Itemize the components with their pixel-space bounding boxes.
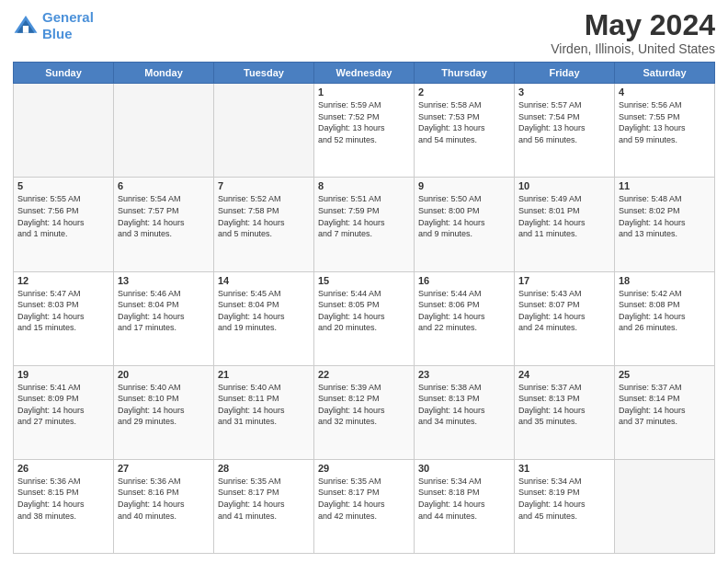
header: General Blue May 2024 Virden, Illinois, … — [13, 9, 715, 56]
day-info: Sunrise: 5:54 AM Sunset: 7:57 PM Dayligh… — [118, 193, 210, 239]
day-info: Sunrise: 5:37 AM Sunset: 8:14 PM Dayligh… — [619, 382, 711, 428]
day-info: Sunrise: 5:44 AM Sunset: 8:06 PM Dayligh… — [418, 288, 510, 334]
day-number: 25 — [619, 369, 711, 380]
day-number: 17 — [518, 275, 610, 286]
calendar-header-tuesday: Tuesday — [214, 63, 314, 84]
day-number: 26 — [17, 463, 109, 474]
title-block: May 2024 Virden, Illinois, United States — [551, 9, 715, 56]
calendar-cell: 12Sunrise: 5:47 AM Sunset: 8:03 PM Dayli… — [14, 271, 114, 365]
day-number: 8 — [318, 180, 410, 191]
day-info: Sunrise: 5:38 AM Sunset: 8:13 PM Dayligh… — [418, 382, 510, 428]
day-number: 15 — [318, 275, 410, 286]
day-info: Sunrise: 5:50 AM Sunset: 8:00 PM Dayligh… — [418, 193, 510, 239]
calendar-cell: 16Sunrise: 5:44 AM Sunset: 8:06 PM Dayli… — [415, 271, 515, 365]
day-number: 16 — [418, 275, 510, 286]
calendar-header-thursday: Thursday — [415, 63, 515, 84]
day-number: 12 — [17, 275, 109, 286]
calendar-cell: 2Sunrise: 5:58 AM Sunset: 7:53 PM Daylig… — [415, 84, 515, 178]
day-info: Sunrise: 5:35 AM Sunset: 8:17 PM Dayligh… — [218, 476, 310, 522]
calendar-cell: 21Sunrise: 5:40 AM Sunset: 8:11 PM Dayli… — [214, 365, 314, 459]
calendar-cell — [14, 84, 114, 178]
day-info: Sunrise: 5:59 AM Sunset: 7:52 PM Dayligh… — [318, 99, 410, 145]
logo-blue: Blue — [42, 26, 73, 41]
day-number: 7 — [218, 180, 310, 191]
calendar-body: 1Sunrise: 5:59 AM Sunset: 7:52 PM Daylig… — [14, 84, 715, 554]
calendar-table: SundayMondayTuesdayWednesdayThursdayFrid… — [13, 62, 715, 554]
day-info: Sunrise: 5:51 AM Sunset: 7:59 PM Dayligh… — [318, 193, 410, 239]
calendar-week-4: 19Sunrise: 5:41 AM Sunset: 8:09 PM Dayli… — [14, 365, 715, 459]
calendar-cell — [114, 84, 214, 178]
day-number: 4 — [619, 86, 711, 98]
day-info: Sunrise: 5:42 AM Sunset: 8:08 PM Dayligh… — [619, 288, 711, 334]
day-info: Sunrise: 5:43 AM Sunset: 8:07 PM Dayligh… — [518, 288, 610, 334]
calendar-cell: 11Sunrise: 5:48 AM Sunset: 8:02 PM Dayli… — [615, 178, 715, 271]
calendar-week-1: 1Sunrise: 5:59 AM Sunset: 7:52 PM Daylig… — [14, 84, 715, 178]
day-info: Sunrise: 5:40 AM Sunset: 8:11 PM Dayligh… — [218, 382, 310, 428]
calendar-cell: 29Sunrise: 5:35 AM Sunset: 8:17 PM Dayli… — [314, 459, 415, 553]
day-number: 28 — [218, 463, 310, 474]
day-info: Sunrise: 5:34 AM Sunset: 8:19 PM Dayligh… — [518, 476, 610, 522]
calendar-header-wednesday: Wednesday — [314, 63, 415, 84]
day-info: Sunrise: 5:36 AM Sunset: 8:16 PM Dayligh… — [118, 476, 210, 522]
day-number: 9 — [418, 180, 510, 191]
calendar-header-sunday: Sunday — [14, 63, 114, 84]
calendar-cell: 24Sunrise: 5:37 AM Sunset: 8:13 PM Dayli… — [515, 365, 615, 459]
calendar-cell: 26Sunrise: 5:36 AM Sunset: 8:15 PM Dayli… — [14, 459, 114, 553]
day-info: Sunrise: 5:35 AM Sunset: 8:17 PM Dayligh… — [318, 476, 410, 522]
day-number: 3 — [518, 86, 610, 98]
calendar-cell: 18Sunrise: 5:42 AM Sunset: 8:08 PM Dayli… — [615, 271, 715, 365]
day-number: 5 — [17, 180, 109, 191]
logo-text: General Blue — [42, 9, 94, 42]
day-number: 13 — [118, 275, 210, 286]
calendar-cell: 5Sunrise: 5:55 AM Sunset: 7:56 PM Daylig… — [14, 178, 114, 271]
day-info: Sunrise: 5:56 AM Sunset: 7:55 PM Dayligh… — [619, 99, 711, 145]
page: General Blue May 2024 Virden, Illinois, … — [0, 0, 728, 563]
calendar-cell: 30Sunrise: 5:34 AM Sunset: 8:18 PM Dayli… — [415, 459, 515, 553]
subtitle: Virden, Illinois, United States — [551, 41, 715, 56]
calendar-cell: 31Sunrise: 5:34 AM Sunset: 8:19 PM Dayli… — [515, 459, 615, 553]
calendar-cell: 19Sunrise: 5:41 AM Sunset: 8:09 PM Dayli… — [14, 365, 114, 459]
calendar-cell: 28Sunrise: 5:35 AM Sunset: 8:17 PM Dayli… — [214, 459, 314, 553]
day-number: 21 — [218, 369, 310, 380]
calendar-cell: 9Sunrise: 5:50 AM Sunset: 8:00 PM Daylig… — [415, 178, 515, 271]
calendar-week-2: 5Sunrise: 5:55 AM Sunset: 7:56 PM Daylig… — [14, 178, 715, 271]
calendar-cell: 14Sunrise: 5:45 AM Sunset: 8:04 PM Dayli… — [214, 271, 314, 365]
day-info: Sunrise: 5:57 AM Sunset: 7:54 PM Dayligh… — [518, 99, 610, 145]
calendar-week-3: 12Sunrise: 5:47 AM Sunset: 8:03 PM Dayli… — [14, 271, 715, 365]
day-info: Sunrise: 5:37 AM Sunset: 8:13 PM Dayligh… — [518, 382, 610, 428]
day-number: 14 — [218, 275, 310, 286]
day-info: Sunrise: 5:34 AM Sunset: 8:18 PM Dayligh… — [418, 476, 510, 522]
calendar-cell: 8Sunrise: 5:51 AM Sunset: 7:59 PM Daylig… — [314, 178, 415, 271]
calendar-cell — [615, 459, 715, 553]
day-number: 19 — [17, 369, 109, 380]
day-number: 18 — [619, 275, 711, 286]
day-info: Sunrise: 5:41 AM Sunset: 8:09 PM Dayligh… — [17, 382, 109, 428]
logo: General Blue — [13, 9, 94, 42]
day-info: Sunrise: 5:58 AM Sunset: 7:53 PM Dayligh… — [418, 99, 510, 145]
calendar-week-5: 26Sunrise: 5:36 AM Sunset: 8:15 PM Dayli… — [14, 459, 715, 553]
day-info: Sunrise: 5:48 AM Sunset: 8:02 PM Dayligh… — [619, 193, 711, 239]
day-number: 24 — [518, 369, 610, 380]
calendar-cell: 25Sunrise: 5:37 AM Sunset: 8:14 PM Dayli… — [615, 365, 715, 459]
day-info: Sunrise: 5:39 AM Sunset: 8:12 PM Dayligh… — [318, 382, 410, 428]
calendar-cell: 4Sunrise: 5:56 AM Sunset: 7:55 PM Daylig… — [615, 84, 715, 178]
calendar-cell: 23Sunrise: 5:38 AM Sunset: 8:13 PM Dayli… — [415, 365, 515, 459]
calendar-cell — [214, 84, 314, 178]
day-number: 11 — [619, 180, 711, 191]
calendar-cell: 15Sunrise: 5:44 AM Sunset: 8:05 PM Dayli… — [314, 271, 415, 365]
day-info: Sunrise: 5:40 AM Sunset: 8:10 PM Dayligh… — [118, 382, 210, 428]
day-info: Sunrise: 5:47 AM Sunset: 8:03 PM Dayligh… — [17, 288, 109, 334]
calendar-cell: 1Sunrise: 5:59 AM Sunset: 7:52 PM Daylig… — [314, 84, 415, 178]
calendar-header-friday: Friday — [515, 63, 615, 84]
calendar-cell: 7Sunrise: 5:52 AM Sunset: 7:58 PM Daylig… — [214, 178, 314, 271]
calendar-cell: 22Sunrise: 5:39 AM Sunset: 8:12 PM Dayli… — [314, 365, 415, 459]
day-number: 2 — [418, 86, 510, 98]
day-number: 6 — [118, 180, 210, 191]
calendar-header-saturday: Saturday — [615, 63, 715, 84]
day-info: Sunrise: 5:36 AM Sunset: 8:15 PM Dayligh… — [17, 476, 109, 522]
day-number: 23 — [418, 369, 510, 380]
logo-icon — [13, 13, 39, 39]
day-number: 10 — [518, 180, 610, 191]
calendar-cell: 27Sunrise: 5:36 AM Sunset: 8:16 PM Dayli… — [114, 459, 214, 553]
day-number: 20 — [118, 369, 210, 380]
